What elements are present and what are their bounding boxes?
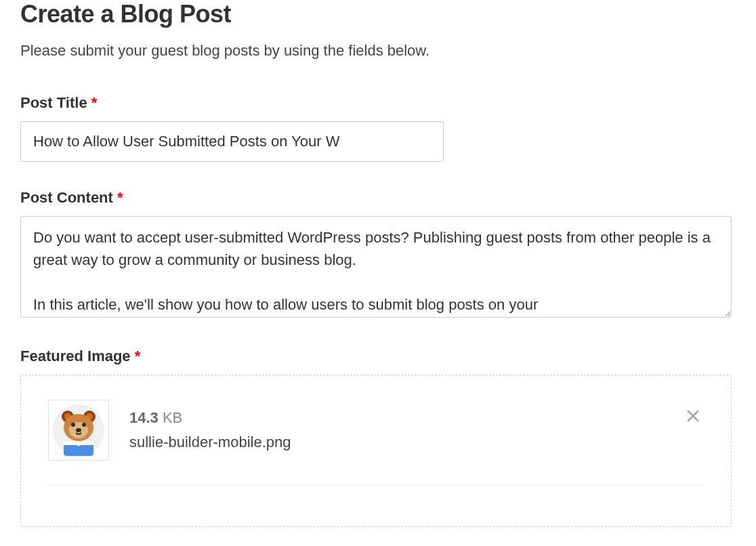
file-info: 14.3 KB sullie-builder-mobile.png bbox=[129, 409, 704, 451]
required-marker: * bbox=[91, 94, 98, 111]
svg-point-7 bbox=[71, 423, 75, 427]
required-marker: * bbox=[135, 348, 141, 364]
post-title-field: Post Title * bbox=[20, 94, 736, 162]
post-title-label: Post Title * bbox=[20, 94, 736, 112]
featured-image-field: Featured Image * bbox=[20, 348, 736, 527]
file-dropzone[interactable]: 14.3 KB sullie-builder-mobile.png bbox=[20, 375, 732, 527]
file-remove-button[interactable] bbox=[682, 405, 704, 427]
post-title-label-text: Post Title bbox=[20, 94, 87, 111]
file-name: sullie-builder-mobile.png bbox=[129, 434, 704, 451]
post-content-label-text: Post Content bbox=[20, 189, 113, 206]
featured-image-label: Featured Image * bbox=[20, 348, 736, 365]
file-size-value: 14.3 bbox=[129, 409, 159, 426]
bear-avatar-icon bbox=[51, 403, 106, 457]
form-description: Please submit your guest blog posts by u… bbox=[20, 41, 736, 62]
post-content-textarea[interactable]: Do you want to accept user-submitted Wor… bbox=[20, 216, 732, 318]
post-content-label: Post Content * bbox=[20, 189, 736, 207]
form-title: Create a Blog Post bbox=[20, 0, 736, 28]
svg-point-8 bbox=[82, 423, 86, 427]
required-marker: * bbox=[117, 189, 123, 206]
close-icon bbox=[685, 408, 701, 424]
file-thumbnail bbox=[48, 400, 109, 461]
file-size-unit: KB bbox=[159, 409, 182, 426]
featured-image-label-text: Featured Image bbox=[20, 348, 131, 364]
file-size: 14.3 KB bbox=[129, 409, 704, 427]
post-title-input[interactable] bbox=[20, 121, 444, 162]
file-item: 14.3 KB sullie-builder-mobile.png bbox=[48, 400, 704, 486]
svg-point-9 bbox=[76, 428, 81, 432]
post-content-field: Post Content * Do you want to accept use… bbox=[20, 189, 736, 320]
